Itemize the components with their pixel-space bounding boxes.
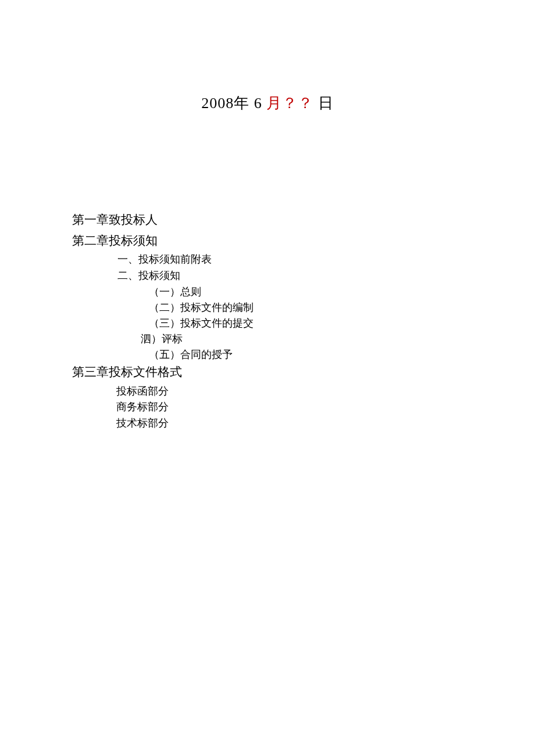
toc-ch2-sub-5: （五）合同的授予 — [149, 347, 254, 363]
toc-ch2-sub-4: 泗）评标 — [141, 331, 254, 347]
date-year-suffix: 年 — [234, 95, 249, 112]
date-placeholder: ？？ — [282, 95, 313, 112]
toc-ch2-item-2: 二、投标须知 — [117, 268, 254, 284]
date-month: 6 — [254, 95, 262, 112]
date-day-label: 日 — [318, 95, 334, 112]
table-of-contents: 第一章致投标人 第二章投标须知 一、投标须知前附表 二、投标须知 （一）总则 （… — [72, 210, 254, 432]
toc-ch3-item-2: 商务标部分 — [116, 399, 254, 415]
date-year: 2008 — [201, 95, 234, 112]
date-month-label: 月 — [266, 95, 282, 112]
toc-ch3-item-3: 技术标部分 — [116, 415, 254, 432]
document-date-title: 2008年 6 月？？ 日 — [0, 93, 535, 113]
toc-ch2-sub-3: （三）投标文件的提交 — [149, 316, 254, 331]
toc-chapter-1: 第一章致投标人 — [72, 210, 254, 230]
toc-ch2-sub-2: （二）投标文件的编制 — [149, 300, 254, 316]
toc-ch2-sub-1: （一）总则 — [149, 284, 254, 300]
toc-ch2-item-1: 一、投标须知前附表 — [117, 252, 254, 268]
toc-ch3-item-1: 投标函部分 — [116, 384, 254, 400]
toc-chapter-3: 第三章投标文件格式 — [72, 363, 254, 382]
toc-chapter-2: 第二章投标须知 — [72, 231, 254, 251]
